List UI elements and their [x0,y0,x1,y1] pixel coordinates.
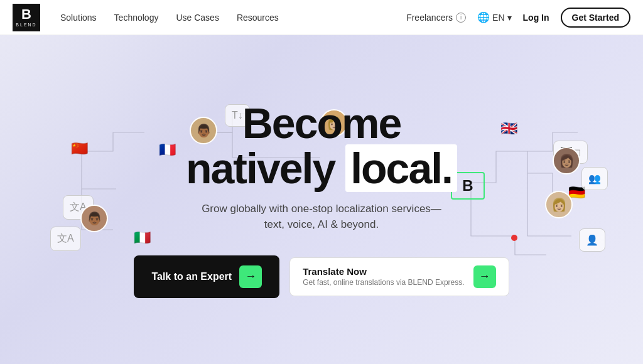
hero-subtitle: Grow globally with one-stop localization… [134,201,509,233]
avatar-2: 👨🏾 [80,205,108,232]
info-icon[interactable]: i [456,13,466,23]
nav-solutions[interactable]: Solutions [60,13,97,23]
nav-resources[interactable]: Resources [237,13,279,23]
logo-letter: B [21,8,31,21]
logo[interactable]: B BLEND [13,4,40,31]
hero-title-highlight: local. [345,144,457,192]
get-started-button[interactable]: Get Started [561,8,630,28]
talk-to-expert-button[interactable]: Talk to an Expert → [134,255,279,298]
red-dot [511,235,517,241]
btn-expert-label: Talk to an Expert [151,271,232,282]
nav-language[interactable]: 🌐 EN ▾ [477,11,511,23]
btn-translate-text: Translate Now Get fast, online translati… [303,266,464,287]
hero-title-line1: Become [134,101,509,146]
logo-name: BLEND [16,23,36,27]
navbar: B BLEND Solutions Technology Use Cases R… [0,0,643,35]
nav-links: Solutions Technology Use Cases Resources [60,13,406,23]
login-button[interactable]: Log In [523,13,549,23]
chevron-down-icon: ▾ [507,13,512,23]
expert-arrow-icon: → [239,265,262,288]
nav-use-cases[interactable]: Use Cases [176,13,219,23]
translate-icon-box-2: 文A [50,227,81,251]
person-icon-box: 👤 [579,228,605,252]
flag-china: 🇨🇳 [68,141,90,157]
hero-title-line2: natively local. [134,146,509,191]
avatar-4: 👩🏽 [553,147,580,174]
hero-buttons: Talk to an Expert → Translate Now Get fa… [134,255,509,298]
nav-right: Freelancers i 🌐 EN ▾ Log In Get Started [406,8,630,28]
nav-technology[interactable]: Technology [114,13,159,23]
translate-sub: Get fast, online translations via BLEND … [303,278,464,287]
freelancers-label: Freelancers [406,13,453,23]
globe-icon: 🌐 [477,11,490,23]
lang-label: EN [492,13,504,23]
avatar-5: 👩🏼 [545,191,573,218]
hero-text: Become natively local. Grow globally wit… [134,101,509,298]
nav-freelancers: Freelancers i [406,13,466,23]
translate-title: Translate Now [303,266,464,277]
translate-now-button[interactable]: Translate Now Get fast, online translati… [289,257,509,296]
people-icon-box: 👥 [581,167,608,190]
hero-title: Become natively local. [134,101,509,191]
translate-arrow-icon: → [473,265,496,288]
hero-section: 🇨🇳 🇫🇷 🇮🇹 文A 文A T↓ 👨🏾 👨🏾 🇪🇸 👩🏼 🇬🇧 🇩🇪 B ⬛◻… [0,35,643,364]
